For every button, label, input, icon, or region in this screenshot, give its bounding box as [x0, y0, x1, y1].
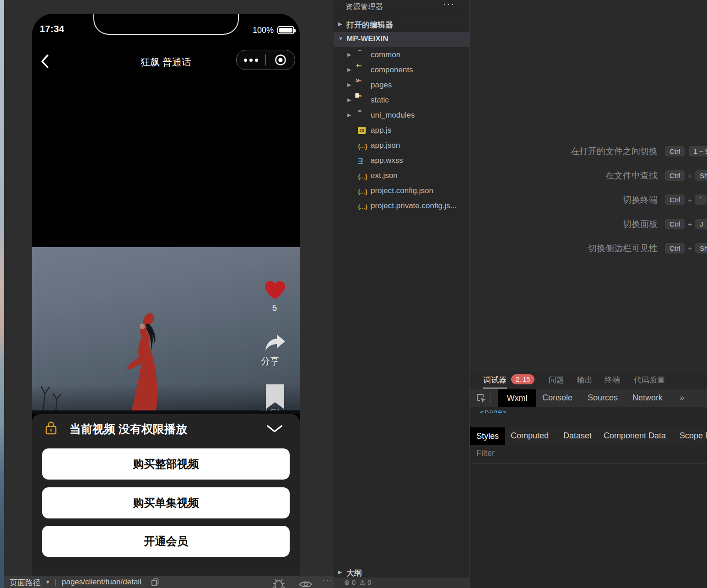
inspect-element-icon[interactable]: [476, 394, 486, 404]
tree-item-project-private-config-js-[interactable]: {…}project.private.config.js...: [334, 199, 470, 214]
twistie-collapsed-icon: ▶: [347, 97, 351, 103]
close-record-button[interactable]: [266, 54, 295, 66]
twistie-collapsed-icon: ▶: [347, 52, 351, 58]
purchase-button-2[interactable]: 开通会员: [42, 526, 290, 557]
keycap: Shift: [695, 170, 707, 181]
explorer-more-icon[interactable]: ···: [443, 0, 455, 9]
tree-item-static[interactable]: ▶static: [334, 93, 470, 108]
keycap: `: [695, 194, 707, 205]
purchase-button-1[interactable]: 购买单集视频: [42, 487, 290, 518]
plus-separator: +: [688, 220, 692, 228]
twistie-collapsed-icon: ▶: [338, 569, 342, 575]
share-label: 分享: [261, 355, 288, 367]
phone-simulator: 17:34 100% 狂飙 普通话: [32, 14, 300, 576]
section-open-editors[interactable]: ▶ 打开的编辑器: [334, 17, 470, 32]
keyboard-hint-row: 切换侧边栏可见性Ctrl+Shift: [539, 242, 707, 254]
keycap: J: [695, 219, 707, 229]
tree-item-label: project.private.config.js...: [371, 201, 457, 210]
section-project-root[interactable]: ▼ MP-WEIXIN: [334, 32, 470, 47]
share-arrow-icon[interactable]: [264, 334, 286, 351]
more-tabs-chevron[interactable]: »: [680, 393, 685, 403]
json-file-icon: {…}: [358, 142, 367, 150]
video-player[interactable]: 5 分享 追剧: [32, 247, 300, 414]
page-path-value: pages/client/tuan/detail: [62, 577, 141, 587]
wxml-element-tree: <page>: [470, 407, 707, 413]
like-count: 5: [261, 303, 288, 313]
hint-label: 切换侧边栏可见性: [539, 243, 658, 254]
preview-eye-icon[interactable]: [299, 580, 313, 588]
tree-item-label: pages: [371, 81, 392, 90]
inspector-tab-scope-data[interactable]: Scope Data: [680, 431, 707, 441]
problems-indicator[interactable]: ⊗ 0 ⚠ 0: [344, 578, 371, 587]
plus-separator: +: [688, 196, 692, 204]
debugger-panel: 调试器问题输出终端代码质量2, 15 WxmlConsoleSourcesNet…: [470, 371, 707, 588]
more-menu-button[interactable]: [237, 59, 265, 62]
filter-input[interactable]: [475, 448, 695, 459]
problem-count-badge: 2, 15: [511, 374, 534, 384]
tree-item-project-config-json[interactable]: {…}project.config.json: [334, 183, 470, 199]
tree-item-app-js[interactable]: JSapp.js: [334, 123, 470, 138]
plus-separator: +: [688, 172, 692, 179]
keyboard-hint-row: 在打开的文件之间切换Ctrl1 ~ 9: [539, 145, 707, 157]
keyboard-hint-row: 切换终端Ctrl+`: [539, 194, 707, 206]
tree-item-common[interactable]: ▶common: [334, 48, 470, 63]
simulator-bottom-bar: 页面路径 ▼ | pages/client/tuan/detail ···: [4, 576, 334, 588]
keycap: Ctrl: [665, 219, 685, 229]
styles-filter-row: [470, 445, 707, 464]
wxml-page-node[interactable]: <page>: [480, 408, 507, 413]
twistie-collapsed-icon: ▶: [338, 21, 342, 27]
tree-item-label: components: [371, 65, 413, 75]
chevron-down-icon[interactable]: [266, 425, 283, 433]
js-file-icon: JS: [358, 127, 366, 134]
tree-item-components[interactable]: ▶✛components: [334, 63, 470, 78]
tree-item-app-json[interactable]: {…}app.json: [334, 138, 470, 153]
keyboard-hint-row: 切换面板Ctrl+J: [539, 218, 707, 230]
permission-sheet: 当前视频 没有权限播放 购买整部视频购买单集视频开通会员: [32, 414, 300, 576]
tree-item-ext-json[interactable]: {…}ext.json: [334, 168, 470, 183]
panel-tab-3[interactable]: 终端: [604, 375, 620, 385]
inspector-tab-component-data[interactable]: Component Data: [604, 431, 666, 441]
panel-tab-4[interactable]: 代码质量: [634, 375, 665, 385]
twistie-expanded-icon: ▼: [338, 36, 343, 41]
battery-icon: [277, 26, 294, 34]
tree-item-app-wxss[interactable]: Ǝapp.wxss: [334, 153, 470, 168]
json-file-icon: {…}: [358, 202, 367, 210]
vdebug-bug-icon[interactable]: [272, 578, 285, 588]
page-path-selector[interactable]: 页面路径: [10, 577, 41, 588]
lock-icon: [45, 421, 57, 435]
devtools-tab-console[interactable]: Console: [542, 393, 572, 403]
record-circle-icon: [275, 54, 286, 66]
panel-tab-0[interactable]: 调试器: [483, 375, 507, 385]
purchase-button-0[interactable]: 购买整部视频: [42, 448, 290, 480]
tree-item-label: app.js: [371, 126, 391, 135]
devtools-tab-bar: WxmlConsoleSourcesNetwork »: [470, 389, 707, 407]
keycap: Ctrl: [665, 243, 685, 254]
tree-item-pages[interactable]: ▶⊙pages: [334, 78, 470, 93]
dropdown-caret-icon[interactable]: ▼: [45, 579, 50, 585]
devtools-tab-network[interactable]: Network: [632, 393, 663, 403]
inspector-tab-dataset[interactable]: Dataset: [563, 431, 592, 441]
capsule-menu: [236, 50, 295, 70]
tree-item-label: ext.json: [371, 171, 398, 180]
like-heart-icon[interactable]: [264, 280, 286, 300]
copy-icon[interactable]: [151, 578, 159, 586]
json-file-icon: {…}: [358, 187, 367, 195]
doc-overlay-icon: [355, 93, 359, 98]
phone-notch: [93, 14, 239, 35]
devtools-tab-wxml[interactable]: Wxml: [498, 389, 536, 407]
devtools-tab-sources[interactable]: Sources: [588, 393, 618, 403]
hint-label: 在打开的文件之间切换: [539, 146, 658, 157]
inspector-tab-computed[interactable]: Computed: [511, 431, 549, 441]
more-ellipsis-icon[interactable]: ···: [322, 575, 333, 585]
keycap: Ctrl: [665, 146, 685, 156]
plus-separator: +: [688, 244, 692, 252]
pages-overlay-icon: ⊙: [356, 78, 359, 83]
inspector-tab-styles[interactable]: Styles: [470, 427, 505, 445]
panel-tab-2[interactable]: 输出: [577, 375, 593, 385]
panel-tab-1[interactable]: 问题: [549, 375, 564, 385]
bookmark-follow-icon[interactable]: [266, 384, 284, 410]
puzzle-overlay-icon: ✛: [356, 63, 359, 68]
tree-item-uni-modules[interactable]: ▶uni_modules: [334, 108, 470, 123]
dancer-in-red-dress: [124, 312, 178, 414]
wxss-file-icon: Ǝ: [358, 157, 363, 166]
